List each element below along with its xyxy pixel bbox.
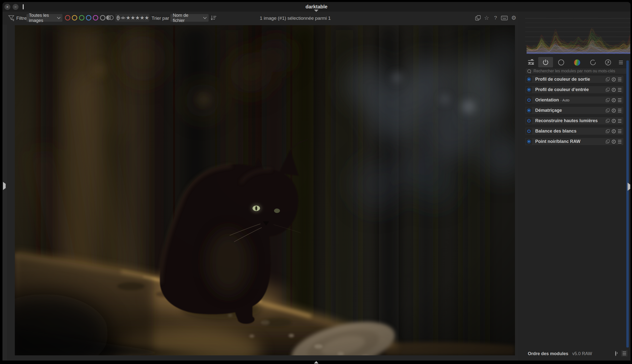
module-label: Profil de couleur d’entrée <box>535 87 589 92</box>
module-label: Dématriçage <box>535 108 562 113</box>
module-row-output-color-profile[interactable]: Profil de couleur de sortie <box>525 76 623 83</box>
chevron-down-icon <box>203 16 207 19</box>
grouping-icon[interactable] <box>474 14 481 22</box>
shortcuts-keyboard-icon[interactable] <box>501 15 508 21</box>
group-basic-circle-icon[interactable] <box>558 59 565 66</box>
module-row-input-color-profile[interactable]: Profil de couleur d’entrée <box>525 86 623 93</box>
group-effects-icon[interactable] <box>604 59 611 66</box>
triangle-right-icon <box>627 182 630 191</box>
search-icon <box>527 69 531 73</box>
reset-icon[interactable] <box>612 129 616 133</box>
collapse-right-panel-arrow[interactable] <box>627 184 630 189</box>
sort-direction-icon[interactable] <box>210 15 217 21</box>
always-on-icon <box>527 108 531 112</box>
reject-icon[interactable]: × <box>117 16 120 20</box>
module-order-reset-icon[interactable] <box>615 351 616 356</box>
triangle-up-icon <box>314 357 318 364</box>
color-label-any-icon[interactable] <box>106 15 114 20</box>
module-suffix: · Auto <box>560 98 569 102</box>
left-panel-handle[interactable] <box>3 25 7 360</box>
group-active-power-icon[interactable] <box>542 59 549 66</box>
color-label-gray[interactable] <box>100 15 105 20</box>
color-label-red[interactable] <box>65 15 70 20</box>
color-label-purple[interactable] <box>93 15 98 20</box>
reset-icon[interactable] <box>612 98 616 102</box>
module-on-toggle[interactable] <box>526 128 532 134</box>
collection-filter-dropdown[interactable]: Toutes les images <box>27 14 63 22</box>
power-icon <box>527 129 531 133</box>
presets-icon <box>622 352 626 355</box>
module-label: Point noir/blanc RAW <box>535 139 580 144</box>
power-icon <box>527 98 531 102</box>
active-modules-sliders-icon[interactable] <box>527 59 534 66</box>
module-on-toggle[interactable] <box>526 138 532 144</box>
module-on-toggle[interactable] <box>526 97 532 103</box>
module-row-white-balance[interactable]: Balance des blancs <box>525 128 623 135</box>
presets-icon[interactable] <box>618 130 621 133</box>
multi-instance-icon[interactable] <box>606 140 609 144</box>
module-order-presets-button[interactable] <box>621 350 627 356</box>
darktable-window: { "window": { "title": "darktable" }, "i… <box>0 0 632 364</box>
help-icon[interactable]: ? <box>492 14 499 21</box>
module-search-input[interactable] <box>533 68 626 74</box>
multi-instance-icon[interactable] <box>606 88 609 92</box>
color-label-yellow[interactable] <box>72 15 77 20</box>
module-on-toggle[interactable] <box>526 118 532 124</box>
star-rating[interactable]: ★★★★★ <box>126 14 149 22</box>
reset-icon[interactable] <box>612 88 616 92</box>
presets-icon[interactable] <box>618 119 621 123</box>
module-on-toggle[interactable] <box>526 76 532 82</box>
module-label: Profil de couleur de sortie <box>535 77 590 82</box>
multi-instance-icon[interactable] <box>606 78 609 81</box>
darkroom-image[interactable] <box>15 25 515 355</box>
panel-scrollbar[interactable] <box>626 60 629 348</box>
module-on-toggle[interactable] <box>526 86 532 93</box>
multi-instance-icon[interactable] <box>606 119 609 123</box>
module-on-toggle[interactable] <box>526 107 532 114</box>
module-row-demosaic[interactable]: Dématriçage <box>525 107 623 114</box>
always-on-icon <box>527 78 531 81</box>
multi-instance-icon[interactable] <box>606 98 609 102</box>
module-row-raw-black-white-point[interactable]: Point noir/blanc RAW <box>525 138 623 145</box>
circle-right-icon <box>109 15 114 20</box>
power-icon <box>527 119 531 123</box>
selection-status: 1 image (#1) sélectionnée parmi 1 <box>246 12 345 25</box>
preferences-gear-icon[interactable]: ⚙ <box>510 14 517 21</box>
sort-by-label: Trier par <box>152 12 169 25</box>
expand-left-panel-arrow[interactable] <box>3 184 6 188</box>
sort-by-dropdown[interactable]: Nom de fichier <box>170 14 209 22</box>
color-label-green[interactable] <box>79 15 85 20</box>
waveform-scope[interactable] <box>527 14 630 55</box>
favorites-star-icon[interactable]: ☆ <box>483 14 490 21</box>
multi-instance-icon[interactable] <box>606 108 609 112</box>
presets-menu-icon[interactable] <box>619 61 623 64</box>
module-search[interactable] <box>525 68 628 74</box>
module-label: Orientation <box>535 98 559 103</box>
filter-funnel-icon[interactable] <box>8 14 15 22</box>
module-order-value[interactable]: v5.0 RAW <box>572 351 592 356</box>
group-color-icon[interactable] <box>574 60 580 66</box>
reset-icon[interactable] <box>612 140 616 144</box>
rating-filter[interactable]: × ★ ★★★★★ <box>115 14 149 22</box>
presets-icon[interactable] <box>618 109 621 112</box>
group-correct-swirl-icon[interactable] <box>589 59 596 66</box>
multi-instance-icon[interactable] <box>606 129 609 133</box>
sort-by-value: Nom de fichier <box>173 13 201 23</box>
presets-icon[interactable] <box>618 140 621 144</box>
zero-star-icon[interactable]: ★ <box>121 14 125 22</box>
reset-icon[interactable] <box>612 78 616 82</box>
reset-icon[interactable] <box>612 108 616 112</box>
module-row-orientation[interactable]: Orientation · Auto <box>525 96 623 104</box>
triangle-right-icon <box>3 182 6 190</box>
expand-bottom-panel-arrow[interactable] <box>314 357 318 361</box>
module-row-highlight-reconstruction[interactable]: Reconstruire hautes lumières <box>525 117 623 124</box>
presets-icon[interactable] <box>618 88 621 92</box>
presets-icon[interactable] <box>618 98 621 102</box>
module-label: Reconstruire hautes lumières <box>535 118 598 124</box>
photo-cat-on-log <box>15 25 515 355</box>
presets-icon[interactable] <box>618 78 621 81</box>
reset-icon[interactable] <box>612 119 616 123</box>
strike-line <box>121 18 125 18</box>
color-label-blue[interactable] <box>86 15 91 20</box>
always-on-icon <box>527 88 531 92</box>
